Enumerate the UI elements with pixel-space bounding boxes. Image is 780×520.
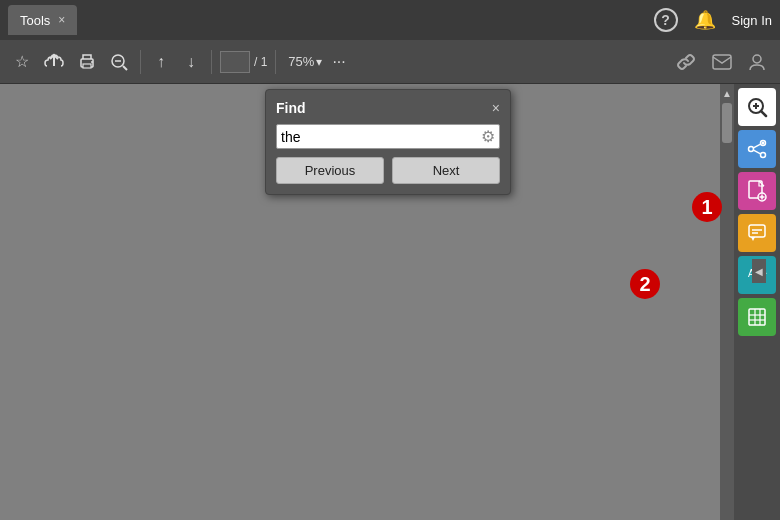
link-icon[interactable] [672, 49, 700, 75]
svg-point-14 [761, 153, 766, 158]
svg-point-13 [749, 147, 754, 152]
document-area: Find × ⚙ Previous Next [0, 84, 720, 520]
find-search-input[interactable] [281, 129, 481, 145]
find-input-row: ⚙ [276, 124, 500, 149]
scroll-thumb[interactable] [722, 103, 732, 143]
more-options-icon[interactable]: ··· [328, 49, 349, 75]
mail-icon[interactable] [708, 50, 736, 74]
zoom-dropdown-arrow[interactable]: ▾ [316, 55, 322, 69]
cloud-upload-icon[interactable] [40, 49, 68, 75]
print-icon[interactable] [74, 49, 100, 75]
svg-line-9 [761, 111, 766, 116]
tab-close-icon[interactable]: × [58, 13, 65, 27]
toolbar-sep-2 [211, 50, 212, 74]
svg-line-16 [754, 150, 761, 154]
svg-point-2 [91, 61, 93, 63]
svg-line-5 [123, 66, 127, 70]
zoom-out-icon[interactable] [106, 49, 132, 75]
scroll-up-icon[interactable]: ↑ [149, 49, 173, 75]
scroll-down-icon[interactable]: ↓ [179, 49, 203, 75]
find-next-button[interactable]: Next [392, 157, 500, 184]
tab-bar: Tools × ? 🔔 Sign In [0, 0, 780, 40]
find-gear-icon[interactable]: ⚙ [481, 127, 495, 146]
sidebar-tool-share[interactable] [738, 130, 776, 168]
collapse-arrow-icon: ◀ [755, 266, 763, 277]
zoom-value: 75% [288, 54, 314, 69]
tab-bar-right: ? 🔔 Sign In [654, 8, 772, 32]
find-header: Find × [276, 100, 500, 116]
find-title: Find [276, 100, 306, 116]
right-sidebar: A 文 [734, 84, 780, 520]
svg-point-7 [753, 55, 761, 63]
svg-line-15 [754, 144, 761, 148]
tab-label: Tools [20, 13, 50, 28]
svg-rect-6 [713, 55, 731, 69]
toolbar-sep-1 [140, 50, 141, 74]
svg-point-17 [762, 142, 765, 145]
find-dialog: Find × ⚙ Previous Next [265, 89, 511, 195]
step-badge-1: 1 [692, 192, 722, 222]
bell-icon[interactable]: 🔔 [694, 9, 716, 31]
svg-rect-1 [83, 64, 91, 68]
main-area: Find × ⚙ Previous Next ▲ ◀ [0, 84, 780, 520]
sidebar-collapse-button[interactable]: ◀ [752, 259, 766, 283]
sidebar-tool-magnify[interactable] [738, 88, 776, 126]
page-number-input[interactable]: 1 [220, 51, 250, 73]
help-icon[interactable]: ? [654, 8, 678, 32]
tools-tab[interactable]: Tools × [8, 5, 77, 35]
svg-rect-27 [749, 309, 765, 325]
star-icon[interactable]: ☆ [10, 48, 34, 75]
scrollbar[interactable]: ▲ [720, 84, 734, 520]
page-input-group: 1 / 1 [220, 51, 267, 73]
step-badge-2: 2 [630, 269, 660, 299]
svg-rect-22 [749, 225, 765, 237]
sign-in-button[interactable]: Sign In [732, 13, 772, 28]
user-icon[interactable] [744, 49, 770, 75]
find-previous-button[interactable]: Previous [276, 157, 384, 184]
zoom-group: 75% ▾ [288, 54, 322, 69]
sidebar-tool-comment[interactable] [738, 214, 776, 252]
toolbar: ☆ ↑ ↓ 1 / 1 75% ▾ ··· [0, 40, 780, 84]
scroll-up-arrow[interactable]: ▲ [720, 86, 734, 101]
sidebar-tool-table[interactable] [738, 298, 776, 336]
find-buttons: Previous Next [276, 157, 500, 184]
sidebar-tool-pdf[interactable] [738, 172, 776, 210]
toolbar-sep-3 [275, 50, 276, 74]
find-close-button[interactable]: × [492, 100, 500, 116]
page-total: / 1 [254, 55, 267, 69]
